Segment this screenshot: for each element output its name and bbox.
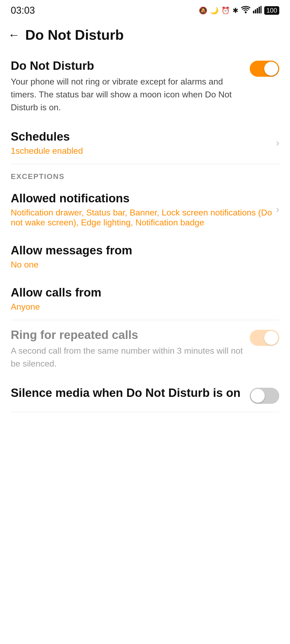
page-header: ← Do Not Disturb <box>0 19 290 51</box>
allow-messages-row[interactable]: Allow messages from No one <box>0 236 290 278</box>
bluetooth-icon: ✱ <box>233 6 238 15</box>
ring-repeated-title: Ring for repeated calls <box>11 328 244 342</box>
exceptions-label: EXCEPTIONS <box>0 164 290 184</box>
svg-rect-1 <box>253 11 254 13</box>
schedules-chevron: › <box>276 137 279 149</box>
schedules-subtitle: 1schedule enabled <box>11 146 276 156</box>
back-button[interactable]: ← <box>8 29 20 41</box>
signal-icon <box>253 6 262 15</box>
divider-3 <box>11 412 279 412</box>
silence-media-toggle[interactable] <box>250 388 279 404</box>
wifi-icon <box>241 6 250 15</box>
schedules-title: Schedules <box>11 130 276 143</box>
svg-rect-3 <box>257 8 258 13</box>
dnd-description: Your phone will not ring or vibrate exce… <box>11 75 244 114</box>
svg-rect-4 <box>259 7 260 13</box>
ring-repeated-text: Ring for repeated calls A second call fr… <box>11 328 250 370</box>
allowed-notifications-title: Allowed notifications <box>11 192 276 205</box>
ring-repeated-toggle[interactable] <box>250 330 279 346</box>
moon-icon: 🌙 <box>210 6 219 15</box>
allow-calls-value: Anyone <box>11 302 279 312</box>
status-bar: 03:03 🔕 🌙 ⏰ ✱ 100 <box>0 0 290 19</box>
svg-point-0 <box>245 11 247 13</box>
dnd-toggle[interactable] <box>250 61 279 77</box>
schedules-text: Schedules 1schedule enabled <box>11 130 276 156</box>
dnd-icon: 🔕 <box>199 6 207 15</box>
allowed-notifications-value: Notification drawer, Status bar, Banner,… <box>11 208 276 228</box>
dnd-title: Do Not Disturb <box>11 59 244 72</box>
ring-repeated-toggle-knob <box>264 331 278 345</box>
allowed-notifications-chevron: › <box>276 204 279 215</box>
page-title: Do Not Disturb <box>25 27 124 43</box>
allow-messages-value: No one <box>11 260 279 270</box>
allowed-notifications-row[interactable]: Allowed notifications Notification drawe… <box>0 184 290 236</box>
silence-media-title: Silence media when Do Not Disturb is on <box>11 386 244 400</box>
silence-media-text: Silence media when Do Not Disturb is on <box>11 386 250 402</box>
ring-repeated-description: A second call from the same number withi… <box>11 344 244 370</box>
allow-calls-row[interactable]: Allow calls from Anyone <box>0 278 290 320</box>
svg-rect-5 <box>260 6 262 13</box>
silence-media-section: Silence media when Do Not Disturb is on <box>0 378 290 412</box>
dnd-section: Do Not Disturb Your phone will not ring … <box>0 51 290 122</box>
silence-media-toggle-knob <box>251 389 265 403</box>
alarm-icon: ⏰ <box>221 6 230 15</box>
status-time: 03:03 <box>11 5 35 16</box>
battery-icon: 100 <box>264 6 279 15</box>
status-icons: 🔕 🌙 ⏰ ✱ 100 <box>199 6 279 15</box>
allow-messages-title: Allow messages from <box>11 244 279 257</box>
dnd-toggle-knob <box>264 62 278 76</box>
allow-calls-title: Allow calls from <box>11 286 279 299</box>
svg-rect-2 <box>255 9 256 13</box>
ring-repeated-section: Ring for repeated calls A second call fr… <box>0 320 290 378</box>
schedules-row[interactable]: Schedules 1schedule enabled › <box>0 122 290 164</box>
allowed-notifications-text: Allowed notifications Notification drawe… <box>11 192 276 228</box>
dnd-text: Do Not Disturb Your phone will not ring … <box>11 59 250 114</box>
